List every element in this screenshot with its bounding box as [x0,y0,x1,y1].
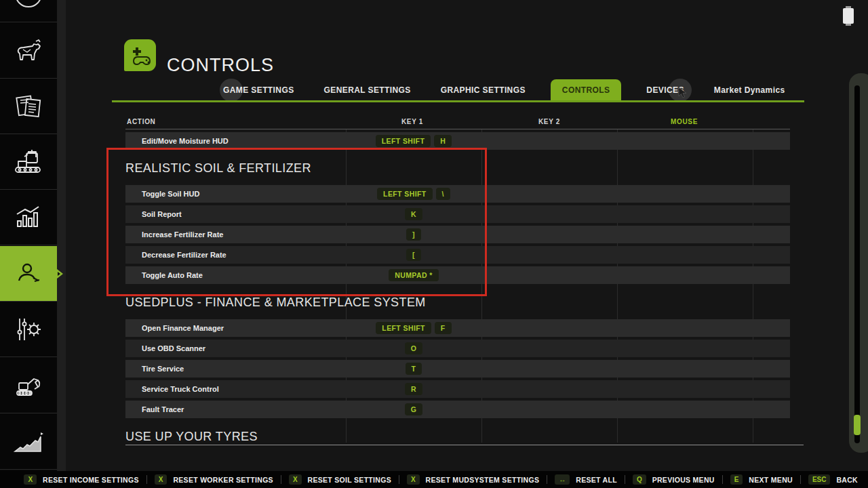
key-badge: F [435,322,452,334]
production-icon [13,148,44,176]
settings-tab-bar: GAME SETTINGSGENERAL SETTINGSGRAPHIC SET… [218,79,790,101]
highlight-rectangle [106,148,487,296]
column-header-key1: KEY 1 [380,118,445,125]
hotbar-key-badge: ESC [808,474,831,485]
tab-underline [112,100,804,102]
action-label: Service Truck Control [142,380,219,398]
statistics-icon [13,203,44,232]
column-header-key2: KEY 2 [517,118,582,125]
key1-binding[interactable]: G [346,401,481,418]
excavator-icon [13,371,44,401]
hotbar-item-back[interactable]: ESC BACK [801,474,865,485]
key-badge: T [406,363,422,375]
hotbar-label: RESET SOIL SETTINGS [308,476,391,484]
page-title: CONTROLS [167,55,274,76]
key1-binding[interactable]: T [346,360,481,378]
hotbar-item-reset-mudsystem-settings[interactable]: X RESET MUDSYSTEM SETTINGS [399,474,547,485]
circle-icon [13,0,44,22]
mouse-cursor [678,87,687,101]
key-badge: LEFT SHIFT [376,322,431,334]
tab-controls[interactable]: CONTROLS [551,79,622,101]
battery-icon [843,8,854,24]
hotbar-key-badge: ↔ [555,474,570,485]
hotbar-key-badge: Q [633,474,646,485]
sidebar [0,0,57,471]
hotbar-item-previous-menu[interactable]: Q PREVIOUS MENU [625,474,722,485]
key-badge: O [405,342,423,354]
tab-graphic-settings[interactable]: GRAPHIC SETTINGS [436,79,530,101]
sidebar-item-animals[interactable] [0,23,57,79]
control-row[interactable]: Open Finance Manager LEFT SHIFTF [125,319,790,337]
hotbar-label: RESET ALL [576,476,617,484]
scrollbar-thumb[interactable] [854,415,861,435]
sidebar-item-finances[interactable] [0,414,57,470]
control-row[interactable]: Tire Service T [125,360,790,378]
hotbar-key-badge: X [155,474,167,485]
control-row[interactable]: Use OBD Scanner O [125,340,790,357]
action-label: Fault Tracer [142,401,184,418]
sidebar-item-statistics[interactable] [0,190,57,245]
tuning-icon [13,314,44,344]
controls-page-icon [124,39,156,71]
hotbar-key-badge: X [289,474,302,485]
active-item-notch [57,269,63,279]
hotbar-item-reset-all[interactable]: ↔ RESET ALL [547,474,625,485]
key1-binding[interactable]: LEFT SHIFTF [346,319,481,337]
key1-binding[interactable]: O [346,340,481,357]
hotbar-item-reset-income-settings[interactable]: X RESET INCOME SETTINGS [16,474,146,485]
sidebar-item-top[interactable] [0,0,57,22]
key-badge: LEFT SHIFT [376,135,431,147]
hotbar-label: RESET INCOME SETTINGS [43,476,139,484]
hotbar-label: NEXT MENU [749,476,793,484]
action-label: Use OBD Scanner [142,340,205,357]
growth-chart-icon [12,428,45,455]
action-label: Open Finance Manager [142,319,224,337]
control-row[interactable]: Fault Tracer G [125,401,790,418]
column-header-mouse: MOUSE [652,118,717,125]
sidebar-item-production[interactable] [0,135,57,190]
sidebar-backing-strip [57,0,66,471]
sidebar-item-contracts[interactable] [0,79,57,134]
sidebar-item-tuning[interactable] [0,302,57,357]
key-badge: H [434,135,452,147]
player-settings-icon [13,259,44,289]
hotbar-key-badge: E [730,474,743,485]
scrollbar-track[interactable] [854,85,860,443]
hotbar-label: RESET WORKER SETTINGS [173,476,273,484]
sidebar-item-player-settings[interactable] [0,246,57,302]
tab-general-settings[interactable]: GENERAL SETTINGS [319,79,416,101]
key1-binding[interactable]: R [346,380,481,398]
section-title: USE UP YOUR TYRES [125,428,804,445]
hotbar-label: PREVIOUS MENU [652,476,715,484]
sidebar-item-construction[interactable] [0,358,57,413]
column-header-action: ACTION [127,118,156,125]
control-row[interactable]: Service Truck Control R [125,380,790,398]
hotbar-label: BACK [836,476,858,484]
hotbar-item-reset-worker-settings[interactable]: X RESET WORKER SETTINGS [147,474,281,485]
hotbar-label: RESET MUDSYSTEM SETTINGS [426,476,540,484]
cow-icon [14,37,43,64]
click-ripple [220,79,243,102]
hotbar-item-next-menu[interactable]: E NEXT MENU [723,474,800,485]
hotbar: X RESET INCOME SETTINGS X RESET WORKER S… [0,471,868,488]
table-header-separator [125,129,790,129]
hotbar-key-badge: X [24,474,37,485]
contracts-icon [14,92,43,121]
tab-market-dynamics[interactable]: Market Dynamics [709,79,790,101]
key-badge: G [405,403,423,415]
hotbar-key-badge: X [407,474,420,485]
hotbar-item-reset-soil-settings[interactable]: X RESET SOIL SETTINGS [281,474,399,485]
controls-settings-screen: CONTROLS GAME SETTINGSGENERAL SETTINGSGR… [0,0,868,488]
action-label: Tire Service [142,360,184,378]
key-badge: R [405,383,422,395]
